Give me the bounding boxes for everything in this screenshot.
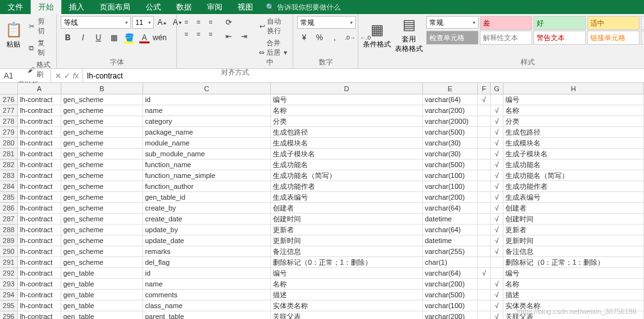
- cell-D282[interactable]: 生成功能名: [271, 160, 423, 170]
- tab-开始[interactable]: 开始: [31, 0, 61, 15]
- cell-B291[interactable]: gen_scheme: [61, 257, 143, 268]
- cell-E291[interactable]: char(1): [423, 257, 478, 268]
- cell-D281[interactable]: 生成子模块名: [271, 149, 423, 160]
- cell-E296[interactable]: varchar(200): [423, 311, 478, 319]
- cell-F278[interactable]: [478, 116, 491, 127]
- cell-G283[interactable]: √: [491, 170, 503, 181]
- grow-font-button[interactable]: A▲: [155, 16, 169, 29]
- cell-C291[interactable]: del_flag: [143, 257, 271, 268]
- format-as-table-button[interactable]: ▤套用 表格格式: [394, 16, 424, 54]
- row-header[interactable]: 287: [0, 214, 18, 225]
- cell-style-计算[interactable]: 计算: [641, 16, 644, 30]
- row-header[interactable]: 276: [0, 94, 18, 105]
- row-header[interactable]: 295: [0, 300, 18, 311]
- cell-D295[interactable]: 实体类名称: [271, 300, 423, 311]
- cell-G294[interactable]: √: [491, 290, 503, 300]
- font-color-button[interactable]: A: [137, 31, 151, 44]
- cell-A288[interactable]: lh-contract: [18, 225, 61, 235]
- cell-E276[interactable]: varchar(64): [423, 94, 478, 105]
- cell-G285[interactable]: √: [491, 192, 503, 203]
- cell-B283[interactable]: gen_scheme: [61, 170, 143, 181]
- cell-F281[interactable]: [478, 149, 491, 160]
- cell-style-警告文本[interactable]: 警告文本: [533, 31, 586, 45]
- cell-E281[interactable]: varchar(30): [423, 149, 478, 160]
- cell-F282[interactable]: [478, 160, 491, 170]
- row-header[interactable]: 278: [0, 116, 18, 127]
- cell-E278[interactable]: varchar(2000): [423, 116, 478, 127]
- cell-F280[interactable]: [478, 138, 491, 149]
- cell-F296[interactable]: [478, 311, 491, 319]
- cell-D283[interactable]: 生成功能名（简写）: [271, 170, 423, 181]
- cell-A284[interactable]: lh-contract: [18, 181, 61, 192]
- font-family-select[interactable]: 等线▾: [61, 16, 131, 29]
- cell-C276[interactable]: id: [143, 94, 271, 105]
- cell-A279[interactable]: lh-contract: [18, 127, 61, 138]
- cell-style-检查单元格[interactable]: 检查单元格: [426, 31, 479, 45]
- cell-E277[interactable]: varchar(200): [423, 105, 478, 116]
- cell-H288[interactable]: 更新者: [503, 225, 644, 235]
- cell-H277[interactable]: 名称: [503, 105, 644, 116]
- cell-D290[interactable]: 备注信息: [271, 246, 423, 257]
- cell-F294[interactable]: [478, 290, 491, 300]
- cell-G287[interactable]: √: [491, 214, 503, 225]
- cell-F290[interactable]: [478, 246, 491, 257]
- cell-A276[interactable]: lh-contract: [18, 94, 61, 105]
- cell-E284[interactable]: varchar(100): [423, 181, 478, 192]
- cell-E283[interactable]: varchar(100): [423, 170, 478, 181]
- cell-style-输出[interactable]: 输出: [641, 31, 644, 45]
- cell-E285[interactable]: varchar(200): [423, 192, 478, 203]
- cell-H282[interactable]: 生成功能名: [503, 160, 644, 170]
- row-header[interactable]: 279: [0, 127, 18, 138]
- name-box[interactable]: A1: [0, 69, 51, 82]
- merge-center-button[interactable]: ⇔合并后居中▾: [257, 38, 289, 68]
- cell-G282[interactable]: √: [491, 160, 503, 170]
- cell-G279[interactable]: √: [491, 127, 503, 138]
- cell-D294[interactable]: 描述: [271, 290, 423, 300]
- col-header-A[interactable]: A: [18, 83, 61, 94]
- align-top-button[interactable]: ≡: [181, 16, 192, 27]
- col-header-H[interactable]: H: [503, 83, 644, 94]
- cell-B281[interactable]: gen_scheme: [61, 149, 143, 160]
- fx-button[interactable]: fx: [73, 71, 79, 80]
- cell-C277[interactable]: name: [143, 105, 271, 116]
- cell-G286[interactable]: √: [491, 203, 503, 214]
- cell-A296[interactable]: lh-contract: [18, 311, 61, 319]
- cell-A289[interactable]: lh-contract: [18, 235, 61, 246]
- number-format-select[interactable]: 常规▾: [297, 16, 356, 29]
- cell-H291[interactable]: 删除标记（0：正常；1：删除）: [503, 257, 644, 268]
- underline-button[interactable]: U: [91, 31, 105, 44]
- cell-C290[interactable]: remarks: [143, 246, 271, 257]
- cell-G278[interactable]: √: [491, 116, 503, 127]
- cell-C286[interactable]: create_by: [143, 203, 271, 214]
- cell-G281[interactable]: √: [491, 149, 503, 160]
- cell-H287[interactable]: 创建时间: [503, 214, 644, 225]
- formula-bar[interactable]: lh-contract: [83, 69, 644, 82]
- cell-H286[interactable]: 创建者: [503, 203, 644, 214]
- cell-E294[interactable]: varchar(500): [423, 290, 478, 300]
- align-left-button[interactable]: ≡: [181, 28, 192, 40]
- tab-视图[interactable]: 视图: [230, 0, 261, 15]
- enter-formula-button[interactable]: ✓: [64, 71, 70, 80]
- cell-B295[interactable]: gen_table: [61, 300, 143, 311]
- cell-G289[interactable]: √: [491, 235, 503, 246]
- cell-B285[interactable]: gen_scheme: [61, 192, 143, 203]
- cell-F295[interactable]: [478, 300, 491, 311]
- cell-B276[interactable]: gen_scheme: [61, 94, 143, 105]
- cell-D292[interactable]: 编号: [271, 268, 423, 279]
- cell-F289[interactable]: [478, 235, 491, 246]
- outdent-button[interactable]: ⇤: [222, 30, 236, 43]
- cell-C278[interactable]: category: [143, 116, 271, 127]
- col-header-G[interactable]: G: [491, 83, 503, 94]
- cell-H290[interactable]: 备注信息: [503, 246, 644, 257]
- wrap-text-button[interactable]: ↩自动换行: [257, 16, 289, 36]
- cell-C284[interactable]: function_author: [143, 181, 271, 192]
- row-header[interactable]: 286: [0, 203, 18, 214]
- tab-公式[interactable]: 公式: [138, 0, 169, 15]
- cell-H296[interactable]: 关联父表: [503, 311, 644, 319]
- cell-style-差[interactable]: 差: [480, 16, 532, 30]
- cell-D276[interactable]: 编号: [271, 94, 423, 105]
- cell-A293[interactable]: lh-contract: [18, 279, 61, 290]
- cell-C294[interactable]: comments: [143, 290, 271, 300]
- cell-E287[interactable]: datetime: [423, 214, 478, 225]
- tell-me-search[interactable]: 🔍告诉我你想要做什么: [266, 3, 341, 12]
